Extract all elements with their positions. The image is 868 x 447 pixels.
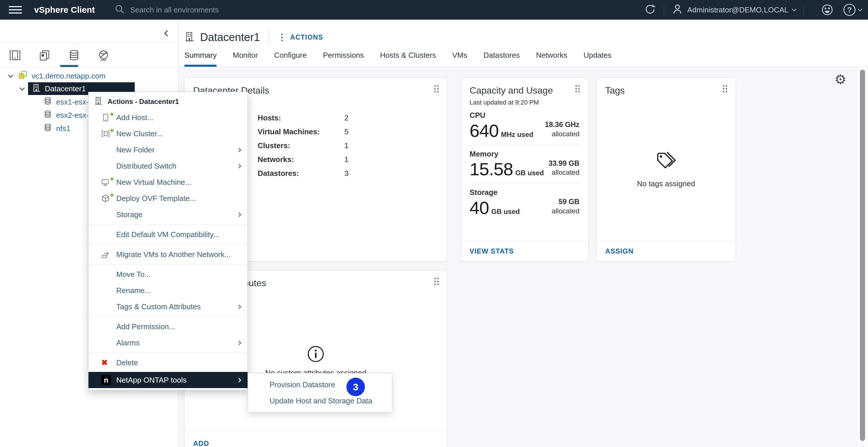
tree-item-datastore[interactable]: esx1-esx-i [43, 96, 90, 108]
menu-separator [89, 352, 248, 353]
detail-label: Clusters: [258, 141, 344, 150]
help-menu[interactable]: ? [843, 4, 862, 16]
submenu-item-provision-datastore[interactable]: Provision Datastore [248, 377, 392, 393]
detail-label: Networks: [258, 155, 344, 164]
tree-item-label[interactable]: nfs1 [56, 124, 70, 133]
menu-item-deploy-ovf-template[interactable]: + Deploy OVF Template... [89, 190, 248, 206]
tab-permissions[interactable]: Permissions [323, 51, 364, 67]
inventory-view-tabs [9, 49, 110, 62]
tab-summary[interactable]: Summary [184, 51, 217, 67]
add-attribute-button[interactable]: ADD [184, 430, 447, 447]
menu-item-add-host[interactable]: + Add Host... [89, 109, 248, 126]
divider [0, 67, 178, 67]
vms-and-templates-view-icon[interactable] [38, 49, 51, 62]
refresh-icon[interactable] [644, 3, 656, 16]
object-tabs: Summary Monitor Configure Permissions Ho… [184, 51, 612, 67]
tree-item-label[interactable]: esx2-esx-i [56, 111, 90, 120]
menu-item-label: Alarms [116, 338, 140, 347]
actions-button[interactable]: ⋮ ACTIONS [278, 33, 323, 42]
tab-configure[interactable]: Configure [274, 51, 307, 67]
tab-vms[interactable]: VMs [452, 51, 467, 67]
feedback-smiley-icon[interactable] [821, 3, 834, 16]
scrollbar[interactable] [857, 67, 868, 447]
search-input[interactable] [129, 5, 309, 15]
menu-item-migrate-vms[interactable]: Migrate VMs to Another Network... [89, 246, 248, 263]
drag-handle-icon[interactable] [434, 278, 439, 285]
hamburger-menu-icon[interactable] [9, 4, 22, 15]
used-unit: MHz used [501, 131, 533, 138]
tree-item-label[interactable]: esx1-esx-i [56, 98, 90, 107]
submenu-arrow-icon [237, 212, 242, 217]
info-icon [307, 359, 325, 364]
topbar-actions: Administrator@DEMO.LOCAL ? [644, 3, 862, 17]
allocated-value: 33.99 GB [549, 159, 580, 168]
submenu-item-update-host-storage-data[interactable]: Update Host and Storage Data [248, 393, 392, 409]
menu-item-distributed-switch[interactable]: Distributed Switch [89, 158, 248, 174]
drag-handle-icon[interactable] [434, 85, 439, 93]
chevron-down-icon[interactable] [8, 72, 13, 78]
search-icon [115, 4, 125, 15]
menu-item-label: Add Host... [116, 113, 154, 122]
empty-message: No tags assigned [596, 179, 736, 188]
menu-item-label: Add Permission... [116, 322, 175, 331]
menu-item-label: NetApp ONTAP tools [116, 376, 186, 385]
menu-item-new-folder[interactable]: New Folder [89, 142, 248, 158]
detail-value: 2 [344, 113, 348, 123]
view-stats-button[interactable]: VIEW STATS [461, 241, 588, 261]
collapse-sidebar-button[interactable] [163, 30, 171, 38]
username-label: Administrator@DEMO.LOCAL [687, 5, 788, 14]
assign-tag-button[interactable]: ASSIGN [596, 241, 736, 261]
section-name: CPU [470, 111, 580, 120]
detail-label: Virtual Machines: [258, 127, 344, 136]
scrollbar-thumb[interactable] [860, 70, 865, 441]
menu-item-storage[interactable]: Storage [89, 206, 248, 222]
used-value: 15.58 [470, 159, 513, 179]
allocated-value: 59 GB [552, 197, 580, 206]
tree-item-label[interactable]: Datacenter1 [45, 84, 86, 93]
tab-hosts-clusters[interactable]: Hosts & Clusters [380, 51, 436, 67]
tree-item-vcenter[interactable]: vc1.demo.netapp.com [9, 70, 105, 82]
menu-item-delete[interactable]: ✖ Delete [89, 354, 248, 371]
divider [269, 30, 269, 45]
used-value: 40 [470, 198, 489, 218]
menu-item-rename[interactable]: Rename... [89, 282, 248, 299]
menu-item-edit-default-vm-compatibility[interactable]: Edit Default VM Compatibility... [89, 227, 248, 243]
menu-item-label: New Folder [116, 145, 155, 154]
drag-handle-icon[interactable] [576, 85, 580, 93]
tab-monitor[interactable]: Monitor [233, 51, 258, 67]
annotation-step-badge: 3 [346, 378, 365, 396]
submenu-arrow-icon [237, 340, 242, 345]
allocated-label: allocated [545, 129, 580, 138]
user-menu[interactable]: Administrator@DEMO.LOCAL [672, 3, 796, 17]
menu-separator [89, 264, 248, 265]
gear-icon[interactable]: ⚙ [834, 72, 846, 87]
detail-value: 1 [344, 155, 348, 164]
menu-item-new-virtual-machine[interactable]: + New Virtual Machine... [89, 174, 248, 190]
menu-item-tags-custom-attributes[interactable]: Tags & Custom Attributes [89, 299, 248, 315]
detail-value: 3 [344, 169, 348, 178]
menu-item-label: Edit Default VM Compatibility... [116, 230, 219, 239]
hosts-and-clusters-view-icon[interactable] [9, 49, 21, 62]
menu-item-alarms[interactable]: Alarms [89, 335, 248, 351]
tree-item-label[interactable]: vc1.demo.netapp.com [32, 72, 105, 80]
tree-item-datastore[interactable]: nfs1 [43, 122, 70, 135]
chevron-down-icon[interactable] [19, 85, 25, 91]
menu-item-move-to[interactable]: Move To... [89, 266, 248, 282]
storage-view-icon[interactable] [68, 49, 81, 62]
menu-item-netapp-ontap-tools[interactable]: n NetApp ONTAP tools [89, 372, 248, 388]
allocated-label: allocated [552, 206, 580, 215]
menu-item-label: Deploy OVF Template... [116, 194, 196, 203]
tab-datastores[interactable]: Datastores [484, 51, 520, 67]
menu-item-label: Distributed Switch [116, 162, 176, 171]
networking-view-icon[interactable] [97, 49, 110, 62]
tree-item-datastore[interactable]: esx2-esx-i [43, 109, 90, 122]
chevron-left-icon [164, 30, 170, 36]
menu-item-add-permission[interactable]: Add Permission... [89, 318, 248, 335]
tab-networks[interactable]: Networks [536, 51, 567, 67]
menu-separator [89, 316, 248, 317]
datacenter-icon [94, 97, 103, 107]
tab-updates[interactable]: Updates [584, 51, 612, 67]
menu-item-new-cluster[interactable]: + New Cluster... [89, 126, 248, 142]
delete-icon: ✖ [101, 358, 116, 367]
drag-handle-icon[interactable] [723, 85, 727, 93]
